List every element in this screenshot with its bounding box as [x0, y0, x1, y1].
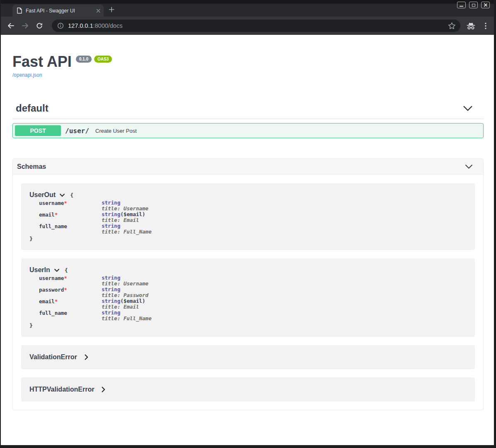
star-icon[interactable]: [448, 22, 456, 29]
property-type-line: string: [102, 287, 148, 292]
property-detail: stringtitle: Username: [102, 200, 148, 212]
property-format: ($email): [120, 298, 145, 304]
model-HTTPValidationError: HTTPValidationError: [21, 377, 475, 402]
model-properties: username*stringtitle: Usernamepassword*s…: [39, 275, 467, 321]
maximize-icon: [472, 4, 475, 7]
property-row: email*string($email)title: Email: [39, 298, 467, 310]
window-controls: [457, 2, 490, 8]
close-button[interactable]: [481, 2, 490, 8]
reload-icon[interactable]: [36, 22, 43, 29]
forward-arrow-icon[interactable]: [22, 22, 29, 29]
chevron-down-icon[interactable]: [54, 268, 60, 272]
model-header: UserIn{: [29, 266, 467, 274]
maximize-button[interactable]: [469, 2, 478, 8]
menu-dots-icon[interactable]: [485, 22, 486, 29]
model-name-label[interactable]: UserIn: [29, 266, 50, 274]
info-icon[interactable]: [57, 22, 64, 29]
closing-brace: }: [29, 322, 467, 329]
required-star: *: [64, 275, 67, 281]
browser-tab[interactable]: Fast API - Swagger UI: [12, 5, 104, 17]
property-title: title: Username: [102, 281, 148, 287]
browser-window: Fast API - Swagger UI 127.0.0.1:8000/doc…: [0, 0, 496, 448]
schemas-section: Schemas UserOut{username*stringtitle: Us…: [12, 158, 484, 410]
property-detail: string($email)title: Email: [102, 298, 145, 310]
required-star: *: [55, 212, 58, 218]
schemas-title: Schemas: [17, 163, 46, 170]
page-title: Fast API: [12, 54, 72, 70]
model-name-label[interactable]: ValidationError: [29, 353, 77, 361]
property-row: username*stringtitle: Username: [39, 275, 467, 287]
property-type-line: string: [102, 310, 151, 316]
plus-icon: [109, 7, 114, 12]
address-bar[interactable]: 127.0.0.1:8000/docs: [52, 19, 460, 32]
property-name: email*: [39, 212, 102, 223]
property-type: string: [102, 286, 120, 292]
model-properties: username*stringtitle: Usernameemail*stri…: [39, 200, 467, 235]
property-type: string: [102, 200, 120, 206]
property-name: username*: [39, 275, 102, 287]
tab-close-icon[interactable]: [96, 9, 100, 13]
chevron-down-icon[interactable]: [465, 164, 473, 169]
property-type-line: string: [102, 275, 148, 281]
minimize-button[interactable]: [457, 2, 466, 8]
post-method-button[interactable]: POST: [15, 125, 61, 136]
model-ValidationError: ValidationError: [21, 345, 475, 369]
model-UserIn: UserIn{username*stringtitle: Usernamepas…: [21, 258, 475, 337]
property-type-line: string: [102, 200, 148, 206]
tag-section-default: default POST /user/ Create User Post: [12, 102, 484, 138]
chevron-right-icon[interactable]: [102, 387, 105, 392]
property-name: full_name: [39, 310, 102, 321]
endpoint-path: /user/: [65, 127, 89, 135]
new-tab-button[interactable]: [109, 7, 114, 12]
property-detail: stringtitle: Password: [102, 287, 148, 298]
property-type: string: [102, 298, 120, 304]
url-text[interactable]: 127.0.0.1:8000/docs: [68, 22, 448, 29]
property-type-line: string($email): [102, 298, 145, 304]
chevron-right-icon[interactable]: [85, 354, 88, 360]
swagger-page: Fast API 0.1.0 OAS3 /openapi.json defaul…: [1, 35, 494, 445]
incognito-icon: [466, 22, 476, 30]
property-title: title: Full_Name: [102, 316, 151, 321]
back-arrow-icon[interactable]: [7, 22, 15, 29]
property-name: email*: [39, 298, 102, 310]
chevron-down-icon[interactable]: [59, 193, 65, 197]
schemas-body: UserOut{username*stringtitle: Usernameem…: [13, 175, 483, 410]
property-detail: stringtitle: Full_Name: [102, 223, 151, 235]
model-name-label[interactable]: UserOut: [29, 191, 56, 199]
property-row: password*stringtitle: Password: [39, 287, 467, 298]
tag-header[interactable]: default: [12, 102, 484, 119]
property-row: full_namestringtitle: Full_Name: [39, 310, 467, 321]
property-title: title: Email: [102, 304, 145, 310]
url-path: :8000/docs: [93, 22, 122, 29]
property-type-line: string: [102, 223, 151, 229]
version-badge: 0.1.0: [76, 56, 92, 63]
openapi-spec-link[interactable]: /openapi.json: [12, 72, 42, 78]
document-icon: [17, 7, 22, 14]
property-row: full_namestringtitle: Full_Name: [39, 223, 467, 235]
closing-brace: }: [29, 236, 467, 242]
property-title: title: Full_Name: [102, 229, 151, 235]
model-header: ValidationError: [29, 353, 467, 361]
model-UserOut: UserOut{username*stringtitle: Usernameem…: [21, 183, 475, 250]
browser-toolbar: 127.0.0.1:8000/docs: [1, 17, 494, 35]
property-type: string: [102, 275, 120, 281]
property-detail: stringtitle: Username: [102, 275, 148, 287]
property-row: username*stringtitle: Username: [39, 200, 467, 212]
model-name-label[interactable]: HTTPValidationError: [29, 386, 94, 393]
badges: 0.1.0 OAS3: [76, 56, 112, 63]
close-icon: [484, 3, 488, 7]
opening-brace: {: [65, 267, 68, 273]
endpoint-post-user[interactable]: POST /user/ Create User Post: [12, 123, 484, 138]
property-name: password*: [39, 287, 102, 298]
property-title: title: Password: [102, 292, 148, 298]
property-type: string: [102, 211, 120, 217]
property-type-line: string($email): [102, 212, 145, 217]
oas3-badge: OAS3: [94, 56, 112, 63]
endpoint-summary: Create User Post: [95, 128, 137, 134]
property-type: string: [102, 309, 120, 316]
api-info: Fast API 0.1.0 OAS3 /openapi.json: [12, 35, 484, 78]
tab-title: Fast API - Swagger UI: [26, 8, 92, 14]
model-header: UserOut{: [29, 191, 467, 199]
schemas-header[interactable]: Schemas: [13, 159, 483, 175]
chevron-down-icon[interactable]: [463, 105, 473, 111]
